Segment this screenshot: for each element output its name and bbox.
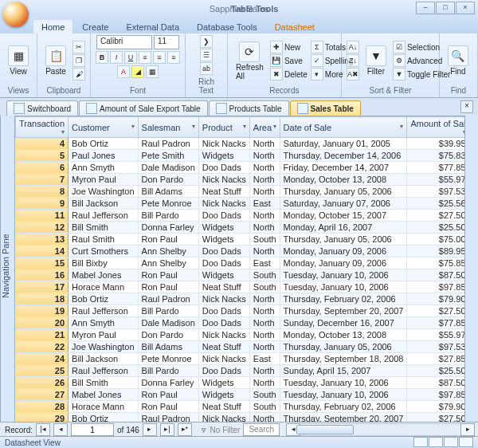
ribbon-tab-external-data[interactable]: External Data xyxy=(118,20,187,33)
table-row[interactable]: 5Paul JonesPete SmithWidgetsNorthThursda… xyxy=(16,150,466,162)
italic-button[interactable]: I xyxy=(110,51,123,64)
cell[interactable]: Bill Jackson xyxy=(69,353,138,365)
table-row[interactable]: 12Bill SmithDonna FarleyWidgetsNorthMond… xyxy=(16,222,466,234)
cell[interactable]: North xyxy=(249,138,280,150)
cell[interactable]: 27 xyxy=(16,389,69,401)
cell[interactable]: Neat Stuff xyxy=(198,401,249,413)
table-row[interactable]: 14Curt SmothersAnn ShelbyDoo DadsNorthMo… xyxy=(16,246,466,257)
ribbon-tab-create[interactable]: Create xyxy=(74,20,116,33)
cell[interactable]: Doo Dads xyxy=(198,317,249,329)
cell[interactable]: $97.53 xyxy=(407,186,465,198)
cell[interactable]: 26 xyxy=(16,377,69,389)
cell[interactable]: Ann Shelby xyxy=(138,257,198,269)
cell[interactable]: Widgets xyxy=(198,150,249,162)
cell[interactable]: $87.50 xyxy=(407,377,465,389)
table-row[interactable]: 25Raul JeffersonBill PardoDoo DadsNorthS… xyxy=(16,365,466,377)
column-header[interactable]: Area▾ xyxy=(249,117,280,138)
sort-desc-button[interactable]: Z↓ xyxy=(347,54,359,67)
cell[interactable]: $55.97 xyxy=(407,329,465,341)
cell[interactable]: Bob Ortiz xyxy=(69,138,138,150)
cell[interactable]: Saturday, January 07, 2006 xyxy=(280,198,407,210)
cell[interactable]: North xyxy=(249,329,280,341)
cell[interactable]: Widgets xyxy=(198,234,249,246)
cell[interactable]: 28 xyxy=(16,401,69,413)
cell[interactable]: Raul Smith xyxy=(69,234,138,246)
table-row[interactable]: 27Mabel JonesRon PaulWidgetsSouthTuesday… xyxy=(16,389,466,401)
list-button[interactable]: ☰ xyxy=(200,49,213,61)
column-header[interactable]: Amount of Sal▾ xyxy=(407,117,465,138)
cell[interactable]: Ann Smyth xyxy=(69,317,138,329)
cell[interactable]: Pete Monroe xyxy=(138,198,198,210)
cell[interactable]: South xyxy=(249,389,280,401)
cell[interactable]: 22 xyxy=(16,341,69,353)
cell[interactable]: Ann Shelby xyxy=(138,246,198,257)
close-tab-button[interactable]: × xyxy=(460,100,473,113)
filter-button[interactable]: ▼Filter xyxy=(362,44,390,77)
cell[interactable]: Doo Dads xyxy=(198,305,249,317)
cell[interactable]: Saturday, January 01, 2005 xyxy=(280,138,407,150)
cell[interactable]: Monday, April 16, 2007 xyxy=(280,222,407,234)
gridlines-button[interactable]: ▦ xyxy=(146,65,159,78)
cell[interactable]: Nick Nacks xyxy=(198,329,249,341)
maximize-button[interactable]: □ xyxy=(436,2,455,14)
cell[interactable]: Ron Paul xyxy=(138,234,198,246)
cell[interactable]: 21 xyxy=(16,329,69,341)
cell[interactable]: Thursday, January 05, 2006 xyxy=(280,234,407,246)
cell[interactable]: Monday, October 13, 2008 xyxy=(280,329,407,341)
cell[interactable]: Bill Bixby xyxy=(69,257,138,269)
minimize-button[interactable]: – xyxy=(416,2,435,14)
cell[interactable]: Raul Padron xyxy=(138,293,198,305)
view-button[interactable]: ▦View xyxy=(5,44,32,77)
find-button[interactable]: 🔍Find xyxy=(445,44,472,77)
cell[interactable]: Tuesday, January 10, 2006 xyxy=(280,389,407,401)
table-row[interactable]: 19Raul JeffersonBill PardoDoo DadsNorthT… xyxy=(16,305,466,317)
cell[interactable]: $79.90 xyxy=(407,401,465,413)
cell[interactable]: North xyxy=(249,222,280,234)
cell[interactable]: North xyxy=(249,377,280,389)
table-row[interactable]: 13Raul SmithRon PaulWidgetsSouthThursday… xyxy=(16,234,466,246)
cell[interactable]: Donna Farley xyxy=(138,222,198,234)
cell[interactable]: Sunday, April 15, 2007 xyxy=(280,365,407,377)
cell[interactable]: 17 xyxy=(16,281,69,293)
ribbon-tab-database-tools[interactable]: Database Tools xyxy=(189,20,265,33)
horizontal-scrollbar[interactable]: ◂▸ xyxy=(286,423,475,436)
cell[interactable]: $77.85 xyxy=(407,162,465,174)
cell[interactable]: Neat Stuff xyxy=(198,186,249,198)
cell[interactable]: $25.50 xyxy=(407,222,465,234)
navigation-pane-toggle[interactable]: Navigation Pane xyxy=(0,116,15,422)
new-record-button[interactable]: ✚New xyxy=(270,41,308,53)
cell[interactable]: $25.50 xyxy=(407,365,465,377)
cell[interactable]: Dale Madison xyxy=(138,317,198,329)
cell[interactable]: Don Pardo xyxy=(138,174,198,186)
table-row[interactable]: 22Joe WashingtonBill AdamsNeat StuffNort… xyxy=(16,341,466,353)
table-row[interactable]: 26Bill SmithDonna FarleyWidgetsNorthTues… xyxy=(16,377,466,389)
cell[interactable]: North xyxy=(249,246,280,257)
cell[interactable]: Neat Stuff xyxy=(198,281,249,293)
cell[interactable]: Thursday, January 05, 2006 xyxy=(280,341,407,353)
cell[interactable]: $75.83 xyxy=(407,150,465,162)
cell[interactable]: Bob Ortiz xyxy=(69,293,138,305)
cell[interactable]: Ron Paul xyxy=(138,269,198,281)
cell[interactable]: Horace Mann xyxy=(69,401,138,413)
cell[interactable]: $75.85 xyxy=(407,257,465,269)
cell[interactable]: North xyxy=(249,293,280,305)
cell[interactable]: Widgets xyxy=(198,269,249,281)
cell[interactable]: Nick Nacks xyxy=(198,138,249,150)
cell[interactable]: North xyxy=(249,365,280,377)
cell[interactable]: $27.85 xyxy=(407,353,465,365)
table-row[interactable]: 21Myron PaulDon PardoNick NacksNorthMond… xyxy=(16,329,466,341)
copy-icon[interactable]: ❐ xyxy=(72,54,85,67)
cell[interactable]: $55.97 xyxy=(407,174,465,186)
cell[interactable]: Widgets xyxy=(198,222,249,234)
column-header[interactable]: Date of Sale▾ xyxy=(280,117,407,138)
table-row[interactable]: 15Bill BixbyAnn ShelbyDoo DadsEastMonday… xyxy=(16,257,466,269)
cell[interactable]: Bill Smith xyxy=(69,222,138,234)
indent-button[interactable]: ❯ xyxy=(200,35,213,48)
cell[interactable]: North xyxy=(249,210,280,222)
cell[interactable]: 7 xyxy=(16,174,69,186)
cell[interactable]: Pete Monroe xyxy=(138,353,198,365)
cell[interactable]: $77.85 xyxy=(407,317,465,329)
font-color-button[interactable]: A xyxy=(117,65,130,78)
clear-sort-button[interactable]: A✖ xyxy=(347,68,359,81)
prev-record-button[interactable]: ◂ xyxy=(53,423,68,436)
